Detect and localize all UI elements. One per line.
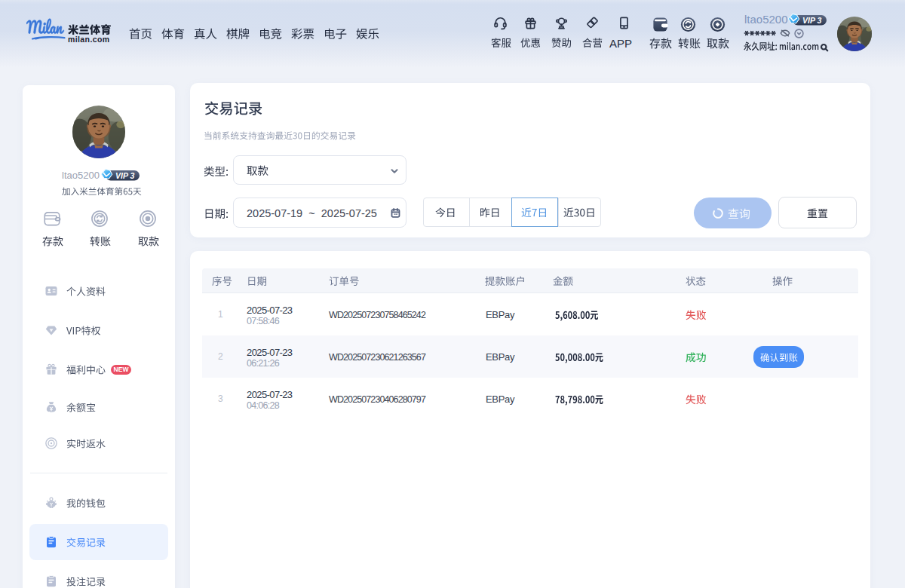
svg-text:VIP 3: VIP 3	[802, 16, 821, 25]
svg-text:VIP 3: VIP 3	[115, 171, 134, 180]
